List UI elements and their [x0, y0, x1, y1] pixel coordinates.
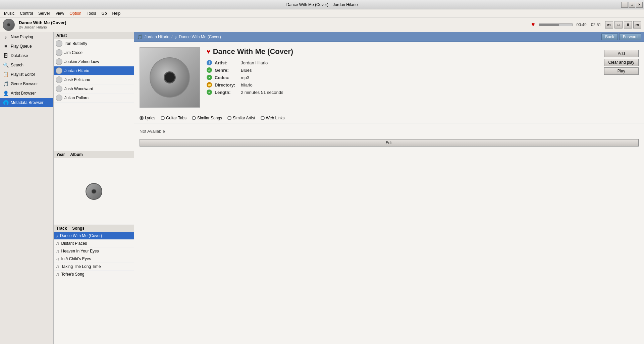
menu-server[interactable]: Server: [36, 10, 53, 16]
main-layout: ♪ Now Playing ≡ Play Queue 🗄 Database 🔍 …: [0, 32, 644, 344]
artist-item[interactable]: José Feliciano: [54, 75, 134, 84]
menu-control[interactable]: Control: [17, 10, 36, 16]
directory-value: hilario: [241, 82, 253, 88]
web-links-radio[interactable]: [261, 116, 265, 120]
lyrics-tab[interactable]: Lyrics: [140, 116, 155, 120]
artist-item[interactable]: Josh Woodward: [54, 84, 134, 94]
album-disc: [86, 183, 102, 200]
close-button[interactable]: ✕: [636, 2, 643, 8]
song-item[interactable]: ♫ Heaven In Your Eyes: [54, 247, 134, 255]
next-button[interactable]: ⏭: [633, 21, 641, 28]
genre-info-icon: ✓: [207, 67, 212, 73]
artist-name: Julian Pollaro: [64, 96, 89, 100]
songs-header: Track Songs: [54, 225, 134, 232]
artist-item[interactable]: Joakim Zelmerloow: [54, 57, 134, 66]
song-details: ♥ Dance With Me (Cover) i Artist: Jordan…: [134, 42, 644, 113]
song-item[interactable]: ♫ Taking The Long Time: [54, 263, 134, 271]
artist-item[interactable]: Jim Croce: [54, 48, 134, 57]
directory-label: Directory:: [215, 82, 238, 88]
menu-go[interactable]: Go: [99, 10, 110, 16]
song-icon: ♫: [56, 248, 59, 254]
menu-help[interactable]: Help: [110, 10, 123, 16]
breadcrumb-artist[interactable]: Jordan Hilario: [145, 35, 169, 39]
action-buttons: Add Clear and play Play: [604, 47, 639, 108]
sidebar-label-genre-browser: Genre Browser: [11, 81, 38, 86]
now-playing-track: Dance With Me (Cover): [19, 20, 527, 25]
sidebar-item-play-queue[interactable]: ≡ Play Queue: [0, 42, 53, 51]
year-album-header: Year Album: [54, 151, 134, 158]
song-meta-genre: ✓ Genre: Blues: [207, 67, 597, 73]
artist-list[interactable]: Iron Butterfly Jim Croce Joakim Zelmerlo…: [54, 39, 134, 151]
songs-list[interactable]: ♪ Dance With Me (Cover) ♫ Distant Places…: [54, 232, 134, 344]
now-playing-icon: ♪: [3, 34, 9, 40]
forward-button[interactable]: Forward: [619, 34, 641, 40]
guitar-tabs-tab[interactable]: Guitar Tabs: [161, 116, 186, 120]
artist-item[interactable]: Julian Pollaro: [54, 94, 134, 103]
sidebar-label-database: Database: [11, 53, 28, 58]
edit-lyrics-button[interactable]: Edit: [140, 139, 639, 147]
sidebar-item-genre-browser[interactable]: 🎵 Genre Browser: [0, 79, 53, 89]
breadcrumb-music-icon: ♪: [174, 34, 177, 40]
similar-songs-tab[interactable]: Similar Songs: [192, 116, 222, 120]
song-title: Taking The Long Time: [61, 264, 101, 269]
add-button[interactable]: Add: [604, 50, 639, 57]
menu-view[interactable]: View: [53, 10, 67, 16]
play-queue-icon: ≡: [3, 43, 9, 49]
sidebar-item-search[interactable]: 🔍 Search: [0, 60, 53, 70]
prev-button[interactable]: ⏮: [605, 21, 613, 28]
menu-tools[interactable]: Tools: [84, 10, 99, 16]
album-disc-inner: [91, 189, 97, 194]
metadata-browser-icon: 🌐: [3, 100, 9, 106]
similar-songs-radio[interactable]: [192, 116, 196, 120]
titlebar-title: Dance With Me (Cover) – Jordan Hilario: [286, 2, 358, 7]
playlist-editor-icon: 📋: [3, 71, 9, 77]
play-button[interactable]: Play: [604, 67, 639, 75]
maximize-button[interactable]: □: [629, 2, 635, 8]
sidebar-label-search: Search: [11, 63, 23, 67]
year-album-content: [54, 158, 134, 225]
year-header: Year: [56, 152, 65, 157]
artist-item[interactable]: Iron Butterfly: [54, 39, 134, 48]
sidebar: ♪ Now Playing ≡ Play Queue 🗄 Database 🔍 …: [0, 32, 54, 344]
web-links-tab[interactable]: Web Links: [261, 116, 285, 120]
volume-slider[interactable]: [539, 23, 573, 26]
similar-artist-radio[interactable]: [227, 116, 231, 120]
artist-name: Iron Butterfly: [64, 41, 87, 46]
artist-panel-header: Artist: [54, 32, 134, 39]
genre-browser-icon: 🎵: [3, 81, 9, 87]
clear-and-play-button[interactable]: Clear and play: [604, 59, 639, 66]
back-button[interactable]: Back: [601, 34, 618, 40]
sidebar-item-artist-browser[interactable]: 👤 Artist Browser: [0, 89, 53, 98]
song-item[interactable]: ♫ Tofee's Song: [54, 271, 134, 278]
artist-avatar: [56, 49, 62, 56]
song-heart-icon: ♥: [207, 48, 210, 55]
cover-disc: [150, 57, 190, 98]
pause-button[interactable]: ⏸: [624, 21, 632, 28]
lyrics-text: Not Available: [140, 129, 165, 134]
album-disc-center: [7, 23, 11, 27]
similar-artist-tab[interactable]: Similar Artist: [227, 116, 255, 120]
menu-option[interactable]: Option: [67, 10, 84, 16]
stop-button[interactable]: □: [614, 21, 623, 28]
song-title: Distant Places: [61, 241, 87, 246]
sidebar-item-database[interactable]: 🗄 Database: [0, 51, 53, 60]
artist-browser-icon: 👤: [3, 90, 9, 96]
minimize-button[interactable]: —: [621, 2, 628, 8]
lyrics-radio[interactable]: [140, 116, 144, 120]
artist-item-selected[interactable]: Jordan Hilario: [54, 66, 134, 75]
artist-avatar: [56, 76, 62, 83]
guitar-tabs-radio[interactable]: [161, 116, 165, 120]
song-item[interactable]: ♫ Distant Places: [54, 240, 134, 247]
sidebar-item-metadata-browser[interactable]: 🌐 Metadata Browser: [0, 98, 53, 107]
sidebar-item-playlist-editor[interactable]: 📋 Playlist Editor: [0, 70, 53, 79]
song-title: In A Child's Eyes: [61, 256, 91, 261]
artist-avatar: [56, 95, 62, 101]
heart-button[interactable]: ♥: [531, 21, 535, 28]
song-title: Tofee's Song: [61, 272, 85, 277]
sidebar-item-now-playing[interactable]: ♪ Now Playing: [0, 32, 53, 42]
breadcrumb-album[interactable]: Dance With Me (Cover): [179, 35, 221, 39]
song-item[interactable]: ♫ In A Child's Eyes: [54, 255, 134, 263]
song-item-selected[interactable]: ♪ Dance With Me (Cover): [54, 232, 134, 240]
codec-label: Codec:: [215, 75, 238, 80]
menu-music[interactable]: Music: [1, 10, 17, 16]
